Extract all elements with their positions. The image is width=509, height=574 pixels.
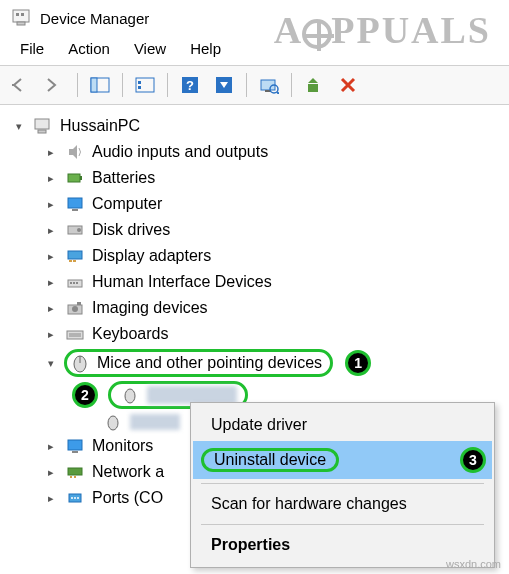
ctx-uninstall-device[interactable]: Uninstall device 3 bbox=[193, 441, 492, 479]
menu-help[interactable]: Help bbox=[180, 38, 231, 59]
chevron-right-icon[interactable]: ▸ bbox=[44, 297, 58, 319]
step-badge-3: 3 bbox=[460, 447, 486, 473]
toolbar-separator bbox=[77, 73, 78, 97]
tree-item-display[interactable]: ▸ Display adapters bbox=[6, 243, 503, 269]
tree-root-label: HussainPC bbox=[60, 115, 140, 137]
chevron-down-icon[interactable]: ▾ bbox=[44, 352, 58, 374]
tree-item-label: Human Interface Devices bbox=[92, 271, 272, 293]
monitor-icon bbox=[64, 195, 86, 213]
svg-rect-18 bbox=[38, 130, 46, 133]
speaker-icon bbox=[64, 143, 86, 161]
mouse-icon bbox=[119, 386, 141, 404]
svg-rect-2 bbox=[21, 13, 24, 16]
properties-button[interactable] bbox=[130, 70, 160, 100]
tree-item-hid[interactable]: ▸ Human Interface Devices bbox=[6, 269, 503, 295]
chevron-right-icon[interactable]: ▸ bbox=[44, 271, 58, 293]
chevron-right-icon[interactable]: ▸ bbox=[44, 141, 58, 163]
ctx-item-label: Uninstall device bbox=[214, 451, 326, 468]
scan-hardware-button[interactable] bbox=[254, 70, 284, 100]
keyboard-icon bbox=[64, 325, 86, 343]
svg-rect-27 bbox=[73, 260, 76, 262]
svg-rect-22 bbox=[72, 209, 78, 211]
svg-rect-46 bbox=[74, 476, 76, 478]
tree-item-mice[interactable]: ▾ Mice and other pointing devices 1 bbox=[6, 347, 503, 379]
svg-rect-7 bbox=[138, 81, 141, 84]
menu-view[interactable]: View bbox=[124, 38, 176, 59]
svg-rect-42 bbox=[68, 440, 82, 450]
monitor-icon bbox=[64, 437, 86, 455]
svg-rect-31 bbox=[76, 282, 78, 284]
svg-rect-35 bbox=[67, 331, 83, 339]
svg-line-15 bbox=[277, 92, 279, 94]
tree-item-computer[interactable]: ▸ Computer bbox=[6, 191, 503, 217]
chevron-right-icon[interactable]: ▸ bbox=[44, 167, 58, 189]
help-button[interactable]: ? bbox=[175, 70, 205, 100]
svg-rect-21 bbox=[68, 198, 82, 208]
ctx-scan-hardware[interactable]: Scan for hardware changes bbox=[193, 488, 492, 520]
menu-bar: File Action View Help bbox=[0, 32, 509, 65]
ctx-item-label: Properties bbox=[211, 536, 290, 553]
camera-icon bbox=[64, 299, 86, 317]
svg-rect-25 bbox=[68, 251, 82, 259]
tree-item-keyboards[interactable]: ▸ Keyboards bbox=[6, 321, 503, 347]
tree-item-imaging[interactable]: ▸ Imaging devices bbox=[6, 295, 503, 321]
uninstall-button[interactable] bbox=[333, 70, 363, 100]
computer-icon bbox=[32, 117, 54, 135]
tree-item-label: Ports (CO bbox=[92, 487, 163, 509]
chevron-right-icon[interactable]: ▸ bbox=[44, 193, 58, 215]
action-arrow-button[interactable] bbox=[209, 70, 239, 100]
port-icon bbox=[64, 489, 86, 507]
hid-icon bbox=[64, 273, 86, 291]
chevron-right-icon[interactable]: ▸ bbox=[44, 219, 58, 241]
tree-item-label: Imaging devices bbox=[92, 297, 208, 319]
chevron-right-icon[interactable]: ▸ bbox=[44, 461, 58, 483]
forward-button[interactable] bbox=[40, 70, 70, 100]
back-button[interactable] bbox=[6, 70, 36, 100]
battery-icon bbox=[64, 169, 86, 187]
tree-item-label: Audio inputs and outputs bbox=[92, 141, 268, 163]
tree-item-label: Mice and other pointing devices bbox=[97, 352, 322, 374]
network-icon bbox=[64, 463, 86, 481]
chevron-right-icon[interactable]: ▸ bbox=[44, 245, 58, 267]
tree-item-batteries[interactable]: ▸ Batteries bbox=[6, 165, 503, 191]
svg-text:?: ? bbox=[186, 78, 194, 93]
menu-action[interactable]: Action bbox=[58, 38, 120, 59]
menu-file[interactable]: File bbox=[10, 38, 54, 59]
ctx-properties[interactable]: Properties bbox=[193, 529, 492, 561]
tree-item-label: Computer bbox=[92, 193, 162, 215]
step-badge-1: 1 bbox=[345, 350, 371, 376]
svg-rect-8 bbox=[138, 86, 141, 89]
svg-rect-20 bbox=[80, 176, 82, 180]
disk-icon bbox=[64, 221, 86, 239]
svg-point-24 bbox=[77, 228, 81, 232]
toolbar-separator bbox=[291, 73, 292, 97]
update-driver-button[interactable] bbox=[299, 70, 329, 100]
step-badge-2: 2 bbox=[72, 382, 98, 408]
ctx-separator bbox=[201, 483, 484, 484]
tree-item-label: Display adapters bbox=[92, 245, 211, 267]
tree-item-label: Keyboards bbox=[92, 323, 169, 345]
mouse-icon bbox=[69, 353, 91, 373]
chevron-right-icon[interactable]: ▸ bbox=[44, 435, 58, 457]
title-bar: Device Manager bbox=[0, 0, 509, 32]
device-manager-icon bbox=[10, 8, 32, 28]
mouse-icon bbox=[102, 413, 124, 431]
svg-rect-43 bbox=[72, 451, 78, 453]
svg-rect-26 bbox=[69, 260, 72, 262]
chevron-down-icon[interactable]: ▾ bbox=[12, 115, 26, 137]
toolbar-separator bbox=[122, 73, 123, 97]
svg-point-49 bbox=[74, 497, 76, 499]
svg-rect-6 bbox=[136, 78, 154, 92]
tree-item-audio[interactable]: ▸ Audio inputs and outputs bbox=[6, 139, 503, 165]
show-hide-tree-button[interactable] bbox=[85, 70, 115, 100]
tree-item-label: Monitors bbox=[92, 435, 153, 457]
footer-watermark: wsxdn.com bbox=[446, 558, 501, 570]
tree-root[interactable]: ▾ HussainPC bbox=[6, 113, 503, 139]
ctx-update-driver[interactable]: Update driver bbox=[193, 409, 492, 441]
svg-rect-19 bbox=[68, 174, 80, 182]
svg-point-48 bbox=[71, 497, 73, 499]
svg-rect-45 bbox=[70, 476, 72, 478]
chevron-right-icon[interactable]: ▸ bbox=[44, 487, 58, 509]
chevron-right-icon[interactable]: ▸ bbox=[44, 323, 58, 345]
tree-item-disk[interactable]: ▸ Disk drives bbox=[6, 217, 503, 243]
